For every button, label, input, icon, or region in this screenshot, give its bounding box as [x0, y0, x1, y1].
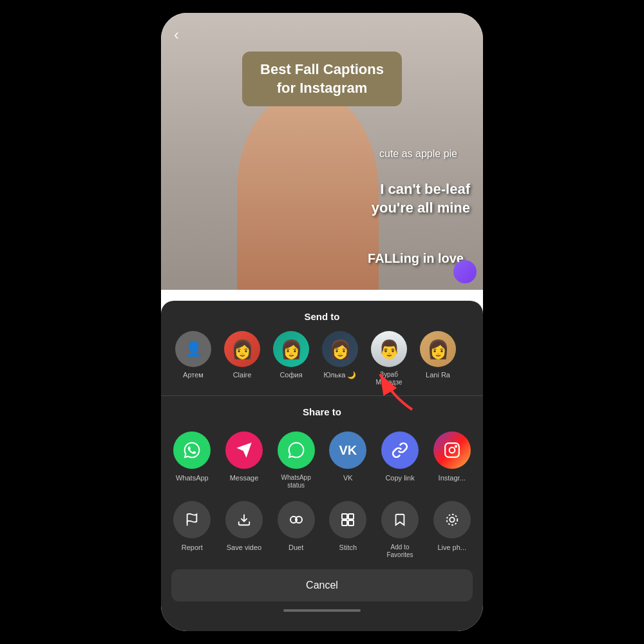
app-name-copy-link: Copy link [385, 474, 414, 482]
contact-sofia[interactable]: 👩 София [269, 331, 313, 386]
contact-lani[interactable]: 👩 Lani Ra [416, 331, 460, 386]
svg-rect-7 [342, 514, 347, 519]
app-copy-link[interactable]: Copy link [374, 431, 426, 489]
svg-rect-8 [348, 514, 354, 519]
stitch-icon [329, 501, 366, 538]
bottom-sheet: Send to 👤 Артем 👩 Claire 👩 София [161, 301, 483, 631]
apps-row: WhatsApp Message WhatsAppstatus VK [161, 424, 483, 493]
action-report[interactable]: Report [166, 501, 218, 559]
contact-avatar-artem: 👤 [175, 331, 211, 367]
video-title: Best Fall Captions for Instagram [260, 61, 384, 97]
action-row: Report Save video [161, 493, 483, 563]
action-duet[interactable]: Duet [270, 501, 322, 559]
action-name-duet: Duet [289, 544, 303, 552]
copy-link-icon [381, 431, 419, 469]
action-name-live-photo: Live ph... [437, 544, 466, 552]
action-add-favorites[interactable]: Add toFavorites [374, 501, 426, 559]
app-name-instagram: Instagr... [439, 474, 466, 482]
phone-container: ‹ Best Fall Captions for Instagram cute … [161, 13, 483, 631]
action-live-photo[interactable]: Live ph... [426, 501, 478, 559]
contact-claire[interactable]: 👩 Claire [220, 331, 264, 386]
whatsapp-status-icon [278, 431, 315, 469]
contact-avatar-claire: 👩 [224, 331, 260, 367]
app-vk[interactable]: VK VK [322, 431, 374, 489]
contact-avatar-lani: 👩 [420, 331, 456, 367]
svg-point-12 [446, 515, 457, 526]
instagram-icon [433, 431, 471, 469]
action-stitch[interactable]: Stitch [322, 501, 374, 559]
video-title-box: Best Fall Captions for Instagram [242, 52, 402, 106]
contact-avatar-yulka: 👩 [322, 331, 358, 367]
svg-rect-10 [348, 520, 354, 526]
contact-zurab[interactable]: 👨 ЗурабМеладзе [367, 331, 411, 386]
svg-rect-0 [445, 443, 459, 457]
contact-avatar-zurab: 👨 [371, 331, 407, 367]
action-name-save-video: Save video [227, 544, 261, 552]
svg-rect-9 [342, 520, 347, 526]
app-name-whatsapp-status: WhatsAppstatus [281, 474, 311, 489]
svg-point-11 [450, 517, 454, 522]
duet-icon [278, 501, 315, 538]
svg-point-1 [449, 448, 455, 453]
app-whatsapp-status[interactable]: WhatsAppstatus [270, 431, 322, 489]
caption-small: cute as apple pie [379, 148, 457, 160]
contact-name-zurab: ЗурабМеладзе [376, 371, 402, 386]
app-name-whatsapp: WhatsApp [176, 474, 209, 482]
save-video-icon [225, 501, 263, 538]
action-save-video[interactable]: Save video [218, 501, 270, 559]
action-name-stitch: Stitch [339, 544, 357, 552]
app-message[interactable]: Message [218, 431, 270, 489]
app-name-message: Message [230, 474, 259, 482]
app-whatsapp[interactable]: WhatsApp [166, 431, 218, 489]
add-favorites-icon [381, 501, 419, 538]
contact-artem[interactable]: 👤 Артем [171, 331, 215, 386]
contact-avatar-sofia: 👩 [273, 331, 309, 367]
action-name-add-favorites: Add toFavorites [386, 544, 413, 559]
contact-yulka[interactable]: 👩 Юлька 🌙 [318, 331, 362, 386]
send-to-label: Send to [161, 301, 483, 328]
svg-point-2 [455, 446, 457, 447]
video-section: ‹ Best Fall Captions for Instagram cute … [161, 13, 483, 290]
contact-name-claire: Claire [233, 371, 252, 379]
contacts-row: 👤 Артем 👩 Claire 👩 София 👩 Юл [161, 328, 483, 395]
contact-name-lani: Lani Ra [426, 371, 450, 379]
purple-badge [453, 260, 477, 283]
caption-large: FALLing in love [368, 251, 464, 266]
share-to-label: Share to [161, 396, 483, 424]
app-name-vk: VK [343, 474, 353, 482]
contact-name-artem: Артем [183, 371, 204, 379]
cancel-button[interactable]: Cancel [171, 569, 473, 601]
person-silhouette [237, 90, 379, 290]
action-name-report: Report [182, 544, 203, 552]
bottom-indicator [283, 609, 361, 612]
message-icon [225, 431, 263, 469]
caption-medium: I can't be-leaf you're all mine [372, 180, 470, 217]
live-photo-icon [433, 501, 471, 538]
app-instagram[interactable]: Instagr... [426, 431, 478, 489]
whatsapp-icon [173, 431, 211, 469]
vk-icon: VK [329, 431, 366, 469]
contact-name-yulka: Юлька 🌙 [324, 371, 357, 379]
contact-name-sofia: София [279, 371, 302, 379]
report-icon [173, 501, 211, 538]
back-button[interactable]: ‹ [174, 26, 179, 44]
